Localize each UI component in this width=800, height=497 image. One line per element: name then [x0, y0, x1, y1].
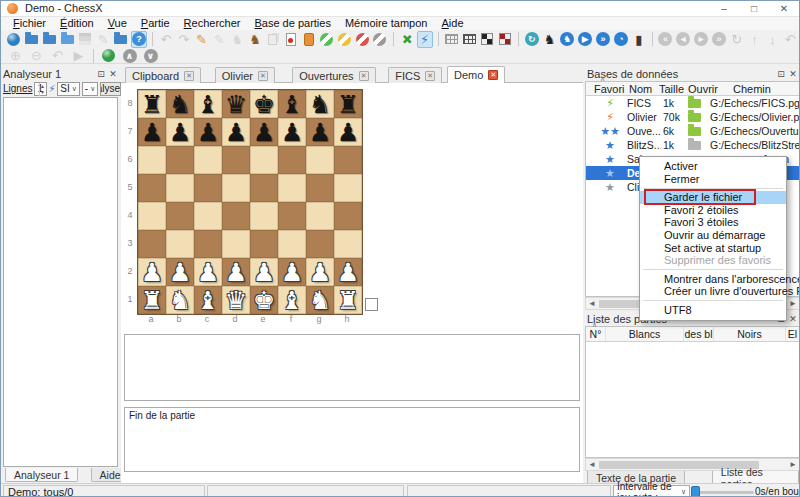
new-clipboard-icon[interactable] [301, 31, 317, 48]
opening-book-icon[interactable]: ▮ [631, 31, 647, 48]
last-move-icon[interactable]: » [711, 31, 727, 48]
games-col-4[interactable]: El [786, 327, 800, 341]
square-b7[interactable]: ♟ [166, 118, 194, 146]
filter-green-icon[interactable] [319, 31, 335, 48]
white-piece[interactable]: ♝ [281, 286, 303, 314]
star-icon[interactable]: ★ [605, 167, 615, 179]
white-piece[interactable]: ♜ [337, 286, 359, 314]
tab-close-icon[interactable]: ✕ [184, 71, 194, 81]
black-piece[interactable]: ♟ [141, 118, 163, 146]
square-d1[interactable]: ♛ [222, 286, 250, 314]
interval-slider-groove[interactable] [693, 491, 754, 494]
games-col-3[interactable]: Noirs [714, 327, 786, 341]
games-col-0[interactable]: N° [586, 327, 606, 341]
menu-item-favori-2-toiles[interactable]: Favori 2 étoiles [640, 204, 786, 217]
black-piece[interactable]: ♟ [169, 118, 191, 146]
black-piece[interactable]: ♟ [337, 118, 359, 146]
games-col-2[interactable]: des bl [684, 327, 714, 341]
knight-move-icon[interactable]: ♞ [542, 31, 558, 48]
black-piece[interactable]: ♟ [253, 118, 275, 146]
flip-board-icon[interactable]: ↻ [524, 31, 540, 48]
menu-m-moire-tampon[interactable]: Mémoire tampon [338, 17, 435, 30]
menu-vue[interactable]: Vue [101, 17, 134, 30]
folder-open-icon[interactable] [688, 113, 701, 122]
undo-move-icon[interactable]: ↶ [782, 31, 798, 48]
star-icon[interactable]: ★ [605, 153, 615, 165]
menu-item-montrer-dans-l-arborescence[interactable]: Montrer dans l'arborescence [640, 273, 786, 286]
menu-item-fermer[interactable]: Fermer [640, 173, 786, 186]
help-icon[interactable]: ? [131, 31, 147, 48]
game-notation-box[interactable] [124, 334, 580, 401]
square-c3[interactable] [194, 230, 222, 258]
square-e1[interactable]: ♚ [250, 286, 278, 314]
new-database-icon[interactable] [6, 31, 22, 48]
square-e2[interactable]: ♟ [250, 258, 278, 286]
white-piece[interactable]: ♟ [253, 258, 275, 286]
maximize-button[interactable]: □ [739, 1, 769, 16]
square-f3[interactable] [278, 230, 306, 258]
open-recent-database-icon[interactable] [42, 31, 58, 48]
square-a3[interactable] [138, 230, 166, 258]
move-up-icon[interactable]: ↑ [747, 31, 763, 48]
database-row[interactable]: ★BlitzS...1kG:/Echecs/BlitzStream.pgn [586, 138, 799, 152]
square-c6[interactable] [194, 146, 222, 174]
square-f6[interactable] [278, 146, 306, 174]
star-icon[interactable]: ★ [605, 181, 615, 193]
square-d8[interactable]: ♛ [222, 90, 250, 118]
undo-icon[interactable]: ↶ [158, 31, 174, 48]
close-button[interactable]: ✕ [769, 1, 799, 16]
menu--dition[interactable]: Édition [53, 17, 101, 30]
analyzer-output[interactable] [3, 97, 118, 467]
menu-item-garder-le-fichier[interactable]: Garder le fichier [640, 191, 786, 204]
star-icon[interactable]: ★ [610, 125, 620, 137]
square-b4[interactable] [166, 202, 194, 230]
line-down-icon[interactable]: ∨ [141, 47, 160, 64]
move-down-icon[interactable]: ↓ [765, 31, 781, 48]
square-d4[interactable] [222, 202, 250, 230]
white-piece[interactable]: ♞ [169, 286, 191, 314]
square-c1[interactable]: ♝ [194, 286, 222, 314]
white-piece[interactable]: ♟ [141, 258, 163, 286]
square-a4[interactable] [138, 202, 166, 230]
export-icon[interactable]: ✎ [95, 31, 111, 48]
square-d2[interactable]: ♟ [222, 258, 250, 286]
dock-tab-analyseur-1[interactable]: Analyseur 1 [5, 468, 78, 482]
square-d5[interactable] [222, 174, 250, 202]
square-c7[interactable]: ♟ [194, 118, 222, 146]
zoom-icon[interactable]: ⊖ [27, 47, 46, 64]
square-h7[interactable]: ♟ [334, 118, 362, 146]
folder-open-icon[interactable] [688, 99, 701, 108]
square-c4[interactable] [194, 202, 222, 230]
menu-item-set-active-at-startup[interactable]: Set active at startup [640, 242, 786, 255]
square-b6[interactable] [166, 146, 194, 174]
square-a5[interactable] [138, 174, 166, 202]
black-piece[interactable]: ♝ [197, 90, 219, 118]
white-piece[interactable]: ♟ [337, 258, 359, 286]
database-row[interactable]: ⚡FICS1kG:/Echecs/FICS.pgn [586, 96, 799, 110]
board-theme-red-icon[interactable] [497, 31, 513, 48]
menu-item-favori-3-toiles[interactable]: Favori 3 étoiles [640, 216, 786, 229]
square-e6[interactable] [250, 146, 278, 174]
square-b2[interactable]: ♟ [166, 258, 194, 286]
square-e8[interactable]: ♚ [250, 90, 278, 118]
close-panel-icon[interactable]: ✕ [787, 313, 799, 325]
tab-olivier[interactable]: Olivier✕ [215, 67, 275, 83]
white-piece[interactable]: ♟ [225, 258, 247, 286]
square-h8[interactable]: ♜ [334, 90, 362, 118]
tab-close-icon[interactable]: ✕ [359, 71, 369, 81]
black-piece[interactable]: ♜ [141, 90, 163, 118]
square-h2[interactable]: ♟ [334, 258, 362, 286]
folder-open-icon[interactable] [688, 127, 701, 136]
square-h3[interactable] [334, 230, 362, 258]
copy-game-icon[interactable] [265, 31, 281, 48]
square-b3[interactable] [166, 230, 194, 258]
square-f7[interactable]: ♟ [278, 118, 306, 146]
black-piece[interactable]: ♚ [253, 90, 275, 118]
black-piece[interactable]: ♟ [281, 118, 303, 146]
tab-clipboard[interactable]: Clipboard✕ [125, 67, 201, 83]
square-a6[interactable] [138, 146, 166, 174]
database-row[interactable]: ⚡Olivier70kG:/Echecs/Olivier.pgn [586, 110, 799, 124]
square-a2[interactable]: ♟ [138, 258, 166, 286]
menu-partie[interactable]: Partie [134, 17, 177, 30]
edit-pencil-icon[interactable]: ✎ [194, 31, 210, 48]
